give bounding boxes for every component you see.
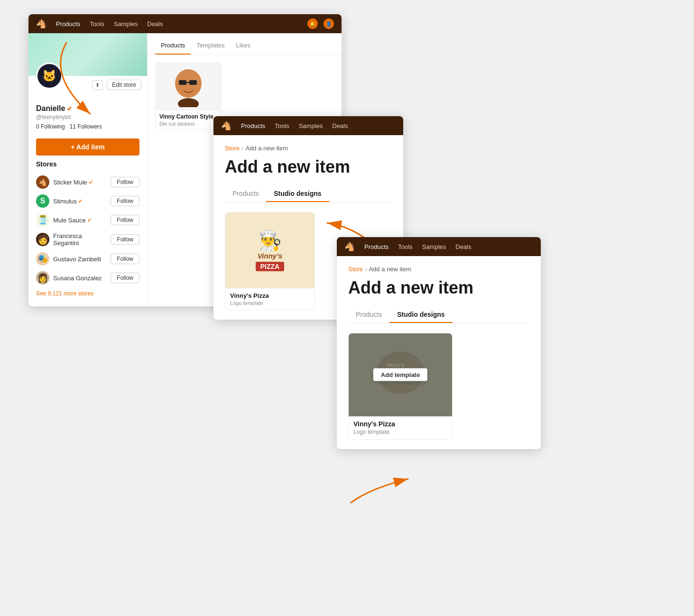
see-more-stores[interactable]: See 9,121 more stores bbox=[36, 290, 139, 297]
nav-logo-1: 🐴 bbox=[36, 18, 46, 29]
avatar-btn-1[interactable]: 👤 bbox=[324, 18, 334, 29]
store-item-stickermule: 🐴 Sticker Mule ✔ Follow bbox=[36, 173, 139, 192]
store-item-francesca: 🧑 Francesca Segantini Follow bbox=[36, 230, 139, 249]
nav-deals-1[interactable]: Deals bbox=[147, 20, 163, 28]
page-title-3: Add a new item bbox=[348, 278, 529, 297]
item-card-img-pizza-2: 👨‍🍳 Vinny's PIZZA bbox=[225, 212, 315, 288]
nav-bar-3: 🐴 Products Tools Samples Deals bbox=[337, 237, 541, 256]
notification-btn-1[interactable]: 🔔 bbox=[307, 18, 318, 29]
breadcrumb-current-3: Add a new item bbox=[369, 266, 411, 273]
nav-deals-2[interactable]: Deals bbox=[332, 122, 348, 129]
follow-btn-gustavo[interactable]: Follow bbox=[111, 254, 139, 264]
nav-bar-1: 🐴 Products Tools Samples Deals 🔔 👤 bbox=[28, 14, 342, 33]
store-avatar-stimulus: S bbox=[36, 194, 49, 208]
profile-panel: 🐱 ⬆ Edit store Danielle ✔ @teenytinytot … bbox=[28, 33, 147, 306]
nav-deals-3[interactable]: Deals bbox=[455, 243, 471, 250]
pizza-logo-2: 👨‍🍳 Vinny's PIZZA bbox=[256, 230, 284, 271]
svg-rect-1 bbox=[179, 80, 186, 85]
template-card-img-pizza: Vinny's PIZZA Add template bbox=[349, 333, 452, 416]
follow-btn-stickermule[interactable]: Follow bbox=[111, 177, 139, 187]
follow-btn-stimulus[interactable]: Follow bbox=[111, 196, 139, 206]
window-add-item-3: 🐴 Products Tools Samples Deals Store › A… bbox=[337, 237, 541, 449]
follow-btn-mulesauce[interactable]: Follow bbox=[111, 215, 139, 225]
svg-text:Vinny's: Vinny's bbox=[386, 362, 404, 368]
vinny-cartoon-svg bbox=[167, 67, 210, 107]
products-tabs: Products Templates Likes bbox=[148, 37, 342, 55]
item-card-sub-pizza-2: Logo template bbox=[225, 300, 315, 310]
breadcrumb-3: Store › Add a new item bbox=[348, 266, 529, 273]
nav-logo-3: 🐴 bbox=[344, 241, 355, 252]
store-avatar-gustavo: 🎭 bbox=[36, 252, 49, 266]
tab-products[interactable]: Products bbox=[155, 37, 191, 55]
store-avatar-stickermule: 🐴 bbox=[36, 175, 49, 189]
breadcrumb-store-3[interactable]: Store bbox=[348, 266, 363, 273]
nav-samples-3[interactable]: Samples bbox=[422, 243, 446, 250]
nav-tools-2[interactable]: Tools bbox=[275, 122, 289, 129]
nav-products-1[interactable]: Products bbox=[56, 20, 80, 28]
follow-btn-francesca[interactable]: Follow bbox=[111, 234, 139, 245]
profile-info: Danielle ✔ @teenytinytot 0 Following 11 … bbox=[28, 90, 147, 134]
tab-studio-designs-2[interactable]: Studio designs bbox=[266, 186, 329, 202]
arrow-3 bbox=[332, 451, 436, 507]
tab-products-2[interactable]: Products bbox=[225, 186, 266, 202]
breadcrumb-current-2: Add a new item bbox=[245, 145, 288, 152]
nav-samples-2[interactable]: Samples bbox=[299, 122, 323, 129]
nav-tools-3[interactable]: Tools bbox=[398, 243, 412, 250]
breadcrumb-sep-3: › bbox=[365, 266, 367, 273]
item-card-pizza-2[interactable]: 👨‍🍳 Vinny's PIZZA Vinny's Pizza Logo tem… bbox=[225, 212, 315, 310]
store-avatar-mulesauce: 🫙 bbox=[36, 213, 49, 227]
profile-cover: 🐱 bbox=[28, 33, 147, 76]
window3-body: Store › Add a new item Add a new item Pr… bbox=[337, 256, 541, 449]
page-title-2: Add a new item bbox=[225, 157, 392, 176]
svg-rect-2 bbox=[189, 80, 197, 85]
store-item-stimulus: S Stimulus ✔ Follow bbox=[36, 192, 139, 211]
profile-handle: @teenytinytot bbox=[36, 114, 139, 120]
pizza-brand-label: PIZZA bbox=[256, 262, 284, 271]
store-item-susana: 👩 Susana Gonzalez Follow bbox=[36, 268, 139, 287]
nav-logo-2: 🐴 bbox=[221, 120, 231, 131]
svg-point-4 bbox=[178, 98, 199, 107]
store-name-mulesauce: Mule Sauce ✔ bbox=[53, 217, 107, 224]
upload-photo-btn[interactable]: ⬆ bbox=[92, 80, 103, 90]
item-card-name-pizza-2: Vinny's Pizza bbox=[225, 288, 315, 300]
nav-right-1: 🔔 👤 bbox=[307, 18, 334, 29]
product-sub-vinny: Die cut stickers bbox=[156, 121, 221, 129]
store-avatar-francesca: 🧑 bbox=[36, 233, 49, 246]
nav-bar-2: 🐴 Products Tools Samples Deals bbox=[213, 116, 403, 135]
stores-title: Stores bbox=[36, 160, 139, 168]
tab-studio-designs-3[interactable]: Studio designs bbox=[389, 307, 452, 323]
breadcrumb-2: Store › Add a new item bbox=[225, 145, 392, 152]
template-card-pizza[interactable]: Vinny's PIZZA Add template Vinny's Pizza… bbox=[348, 333, 453, 440]
nav-samples-1[interactable]: Samples bbox=[114, 20, 138, 28]
store-name-gustavo: Gustavo Zambelli bbox=[53, 256, 107, 263]
edit-store-btn[interactable]: Edit store bbox=[107, 80, 141, 90]
profile-stats: 0 Following 11 Followers bbox=[36, 123, 139, 130]
item-tabs-2: Products Studio designs bbox=[225, 186, 392, 202]
store-name-stimulus: Stimulus ✔ bbox=[53, 198, 107, 205]
breadcrumb-sep-2: › bbox=[241, 145, 243, 152]
tab-templates[interactable]: Templates bbox=[191, 37, 230, 55]
template-card-sub-pizza: Logo template bbox=[349, 429, 452, 439]
add-item-btn[interactable]: + Add item bbox=[36, 138, 139, 156]
template-card-name-pizza: Vinny's Pizza bbox=[349, 416, 452, 429]
product-img-vinny bbox=[156, 63, 221, 110]
follow-btn-susana[interactable]: Follow bbox=[111, 273, 139, 283]
pizza-chef-icon: 👨‍🍳 bbox=[256, 230, 284, 252]
store-name-stickermule: Sticker Mule ✔ bbox=[53, 179, 107, 186]
store-item-mulesauce: 🫙 Mule Sauce ✔ Follow bbox=[36, 211, 139, 230]
nav-products-2[interactable]: Products bbox=[241, 122, 265, 129]
nav-tools-1[interactable]: Tools bbox=[90, 20, 104, 28]
profile-name: Danielle ✔ bbox=[36, 104, 139, 113]
product-name-vinny: Vinny Cartoon Style bbox=[156, 110, 221, 121]
tab-products-3[interactable]: Products bbox=[348, 307, 389, 323]
breadcrumb-store[interactable]: Store bbox=[225, 145, 240, 152]
tab-likes[interactable]: Likes bbox=[231, 37, 256, 55]
product-card-vinny[interactable]: Vinny Cartoon Style Die cut stickers bbox=[155, 63, 222, 130]
add-template-overlay[interactable]: Add template bbox=[373, 368, 427, 381]
stores-section: Stores 🐴 Sticker Mule ✔ Follow S Stimulu… bbox=[36, 160, 139, 297]
store-item-gustavo: 🎭 Gustavo Zambelli Follow bbox=[36, 249, 139, 268]
store-name-francesca: Francesca Segantini bbox=[53, 232, 107, 247]
profile-avatar: 🐱 bbox=[36, 63, 63, 89]
store-name-susana: Susana Gonzalez bbox=[53, 275, 107, 282]
nav-products-3[interactable]: Products bbox=[364, 243, 389, 250]
